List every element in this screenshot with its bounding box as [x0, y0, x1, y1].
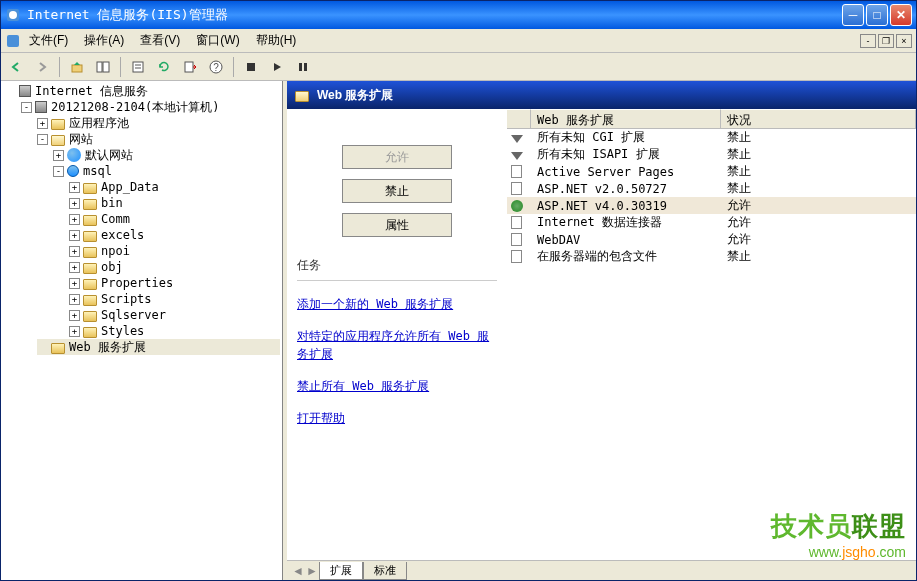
- tab-extensions[interactable]: 扩展: [319, 562, 363, 580]
- tree-server[interactable]: -20121208-2104(本地计算机): [21, 99, 280, 115]
- mdi-minimize-button[interactable]: -: [860, 34, 876, 48]
- list-row[interactable]: 所有未知 CGI 扩展禁止: [507, 129, 916, 146]
- list-row[interactable]: Internet 数据连接器允许: [507, 214, 916, 231]
- minimize-button[interactable]: ─: [842, 4, 864, 26]
- task-prohibit-all[interactable]: 禁止所有 Web 服务扩展: [297, 377, 497, 395]
- play-button[interactable]: [266, 56, 288, 78]
- tree-label: bin: [101, 196, 123, 210]
- tree-msql[interactable]: -msql: [53, 163, 280, 179]
- tree-folder[interactable]: +App_Data: [69, 179, 280, 195]
- list-row[interactable]: Active Server Pages禁止: [507, 163, 916, 180]
- filter-icon: [511, 152, 523, 160]
- list-row[interactable]: 所有未知 ISAPI 扩展禁止: [507, 146, 916, 163]
- mdi-close-button[interactable]: ×: [896, 34, 912, 48]
- back-button[interactable]: [5, 56, 27, 78]
- tab-scroll-left[interactable]: ◄: [291, 564, 305, 578]
- maximize-button[interactable]: □: [866, 4, 888, 26]
- close-button[interactable]: ✕: [890, 4, 912, 26]
- tab-scroll-right[interactable]: ►: [305, 564, 319, 578]
- expand-icon[interactable]: +: [53, 150, 64, 161]
- svg-rect-2: [7, 35, 19, 47]
- ext-status: 禁止: [721, 247, 916, 266]
- export-button[interactable]: [179, 56, 201, 78]
- stop-icon: [244, 60, 258, 74]
- collapse-icon[interactable]: -: [53, 166, 64, 177]
- expand-icon[interactable]: +: [69, 182, 80, 193]
- tree-folder[interactable]: +bin: [69, 195, 280, 211]
- menu-help[interactable]: 帮助(H): [248, 30, 305, 51]
- up-folder-icon: [70, 60, 84, 74]
- refresh-icon: [157, 60, 171, 74]
- ext-name: ASP.NET v2.0.50727: [531, 181, 721, 197]
- properties-icon: [131, 60, 145, 74]
- tree-pane[interactable]: Internet 信息服务 -20121208-2104(本地计算机) +应用程…: [1, 81, 283, 580]
- document-icon: [511, 182, 522, 195]
- tree-folder[interactable]: +npoi: [69, 243, 280, 259]
- task-add-extension[interactable]: 添加一个新的 Web 服务扩展: [297, 295, 497, 313]
- task-allow-for-app[interactable]: 对特定的应用程序允许所有 Web 服务扩展: [297, 327, 497, 363]
- col-status[interactable]: 状况: [721, 109, 916, 128]
- svg-point-1: [9, 11, 17, 19]
- refresh-button[interactable]: [153, 56, 175, 78]
- tree-folder[interactable]: +Styles: [69, 323, 280, 339]
- menu-window[interactable]: 窗口(W): [188, 30, 247, 51]
- tree-sites[interactable]: -网站: [37, 131, 280, 147]
- list-row[interactable]: 在服务器端的包含文件禁止: [507, 248, 916, 265]
- folder-open-icon: [295, 91, 309, 102]
- expand-icon[interactable]: +: [69, 246, 80, 257]
- mdi-restore-button[interactable]: ❐: [878, 34, 894, 48]
- prohibit-button[interactable]: 禁止: [342, 179, 452, 203]
- help-button[interactable]: ?: [205, 56, 227, 78]
- tree-root[interactable]: Internet 信息服务: [5, 83, 280, 99]
- tree-label: npoi: [101, 244, 130, 258]
- tree-default-site[interactable]: +默认网站: [53, 147, 280, 163]
- svg-rect-14: [304, 63, 307, 71]
- properties-button[interactable]: [127, 56, 149, 78]
- menu-view[interactable]: 查看(V): [132, 30, 188, 51]
- expand-icon[interactable]: +: [69, 310, 80, 321]
- tree-folder[interactable]: +Sqlserver: [69, 307, 280, 323]
- col-icon[interactable]: [507, 109, 531, 128]
- tree-folder[interactable]: +Scripts: [69, 291, 280, 307]
- folder-icon: [83, 231, 97, 242]
- expand-icon[interactable]: +: [69, 198, 80, 209]
- expand-icon[interactable]: +: [69, 214, 80, 225]
- task-open-help[interactable]: 打开帮助: [297, 409, 497, 427]
- tasks-pane: 允许 禁止 属性 任务 添加一个新的 Web 服务扩展 对特定的应用程序允许所有…: [287, 109, 507, 560]
- collapse-icon[interactable]: -: [21, 102, 32, 113]
- tab-standard[interactable]: 标准: [363, 562, 407, 580]
- expand-icon[interactable]: +: [69, 326, 80, 337]
- menu-file[interactable]: 文件(F): [21, 30, 76, 51]
- expand-icon[interactable]: +: [69, 230, 80, 241]
- svg-rect-5: [103, 62, 109, 72]
- tree-folder[interactable]: +Properties: [69, 275, 280, 291]
- expand-icon[interactable]: +: [37, 118, 48, 129]
- pause-icon: [296, 60, 310, 74]
- pause-button[interactable]: [292, 56, 314, 78]
- menu-operation[interactable]: 操作(A): [76, 30, 132, 51]
- iis-icon: [5, 7, 21, 23]
- list-row[interactable]: ASP.NET v2.0.50727禁止: [507, 180, 916, 197]
- collapse-icon[interactable]: -: [37, 134, 48, 145]
- expand-icon[interactable]: +: [69, 262, 80, 273]
- expand-icon[interactable]: +: [69, 278, 80, 289]
- tree-apppool[interactable]: +应用程序池: [37, 115, 280, 131]
- col-name[interactable]: Web 服务扩展: [531, 109, 721, 128]
- list-row[interactable]: WebDAV允许: [507, 231, 916, 248]
- expand-icon[interactable]: +: [69, 294, 80, 305]
- ext-name: WebDAV: [531, 232, 721, 248]
- properties-button[interactable]: 属性: [342, 213, 452, 237]
- stop-button[interactable]: [240, 56, 262, 78]
- up-button[interactable]: [66, 56, 88, 78]
- tree-folder[interactable]: +excels: [69, 227, 280, 243]
- tree-webext[interactable]: Web 服务扩展: [37, 339, 280, 355]
- show-hide-button[interactable]: [92, 56, 114, 78]
- list-row[interactable]: ASP.NET v4.0.30319允许: [507, 197, 916, 214]
- tree-folder[interactable]: +Comm: [69, 211, 280, 227]
- globe-icon: [67, 148, 81, 162]
- tree-folder[interactable]: +obj: [69, 259, 280, 275]
- ext-name: Active Server Pages: [531, 164, 721, 180]
- tree-label: Scripts: [101, 292, 152, 306]
- forward-button[interactable]: [31, 56, 53, 78]
- tree-label: 默认网站: [85, 147, 133, 164]
